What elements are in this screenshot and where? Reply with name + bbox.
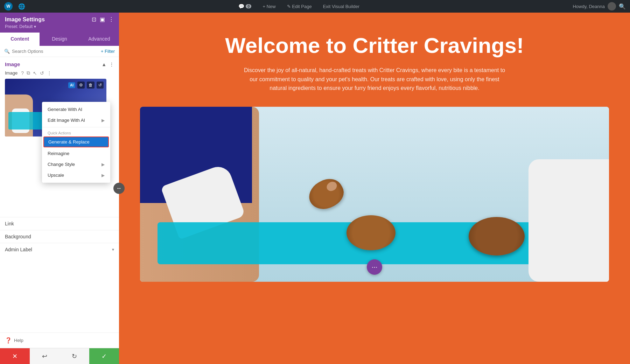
help-icon-small[interactable]: ? bbox=[21, 70, 24, 76]
copy-icon[interactable]: ⧉ bbox=[27, 70, 30, 76]
undo-button[interactable]: ↩ bbox=[30, 348, 59, 364]
help-label: Help bbox=[14, 338, 23, 343]
section-title: Image bbox=[5, 61, 20, 67]
save-button[interactable]: ✓ bbox=[89, 348, 119, 364]
settings-button[interactable]: ⚙ bbox=[77, 82, 85, 89]
trash-button[interactable]: 🗑 bbox=[87, 82, 94, 89]
admin-label-section[interactable]: Admin Label ▾ bbox=[0, 243, 119, 256]
ctx-upscale[interactable]: Upscale ▶ bbox=[42, 170, 110, 181]
comment-button[interactable]: 💬 0 bbox=[236, 2, 254, 10]
hero-title: Welcome to Critter Cravings! bbox=[133, 34, 616, 57]
fab-button[interactable]: ··· bbox=[367, 259, 382, 275]
arm-right bbox=[528, 159, 609, 282]
reset-icon[interactable]: ↺ bbox=[40, 70, 44, 76]
layout-icon[interactable]: ▣ bbox=[100, 16, 105, 23]
collapse-icon[interactable]: ▲ bbox=[102, 62, 106, 67]
wp-logo-icon[interactable]: W bbox=[4, 2, 13, 10]
redo-button[interactable]: ↻ bbox=[59, 348, 89, 364]
section-controls: ▲ ⋮ bbox=[102, 62, 114, 67]
cursor-icon[interactable]: ↖ bbox=[33, 70, 37, 76]
hero-section: Welcome to Critter Cravings! Discover th… bbox=[119, 13, 630, 107]
tab-content[interactable]: Content bbox=[0, 33, 40, 46]
context-menu: Generate With AI Edit Image With AI ▶ Qu… bbox=[42, 102, 110, 183]
cookie-scene bbox=[140, 107, 609, 282]
sidebar-tabs: Content Design Advanced bbox=[0, 33, 119, 46]
search-icon: 🔍 bbox=[4, 49, 10, 54]
cookie-bite bbox=[325, 180, 338, 193]
ctx-reimagine[interactable]: Reimagine bbox=[42, 148, 110, 159]
ctx-divider bbox=[42, 127, 110, 127]
comment-icon: 💬 bbox=[238, 4, 244, 9]
link-section[interactable]: Link bbox=[0, 217, 119, 230]
user-avatar[interactable] bbox=[608, 2, 616, 10]
user-greeting: Howdy, Deanna bbox=[573, 4, 605, 9]
globe-icon[interactable]: 🌐 bbox=[18, 3, 25, 10]
top-bar-right: Howdy, Deanna 🔍 bbox=[573, 2, 626, 10]
top-bar-center: 💬 0 + New ✎ Edit Page Exit Visual Builde… bbox=[31, 2, 567, 10]
search-input[interactable] bbox=[12, 49, 99, 54]
ctx-change-style[interactable]: Change Style ▶ bbox=[42, 159, 110, 170]
search-bar: 🔍 + Filter bbox=[0, 46, 119, 57]
exit-builder-button[interactable]: Exit Visual Builder bbox=[320, 2, 363, 10]
new-button[interactable]: + New bbox=[260, 2, 278, 10]
image-field-label: Image bbox=[5, 70, 18, 76]
hero-subtitle: Discover the joy of all-natural, hand-cr… bbox=[243, 66, 506, 93]
link-label: Link bbox=[5, 221, 14, 226]
ai-button[interactable]: AI bbox=[68, 82, 75, 88]
cookie-held bbox=[304, 173, 349, 215]
admin-label: Admin Label bbox=[5, 247, 32, 252]
arrow-icon: ▶ bbox=[102, 118, 105, 123]
refresh-button[interactable]: ↺ bbox=[97, 82, 104, 89]
sidebar-title: Image Settings bbox=[5, 16, 45, 23]
more-icon[interactable]: ⋮ bbox=[47, 70, 52, 76]
tab-design[interactable]: Design bbox=[40, 33, 79, 46]
ctx-edit-image-with-ai[interactable]: Edit Image With AI ▶ bbox=[42, 115, 110, 126]
cancel-button[interactable]: ✕ bbox=[0, 348, 30, 364]
filter-button[interactable]: + Filter bbox=[101, 49, 115, 54]
search-icon[interactable]: 🔍 bbox=[619, 3, 626, 10]
hero-image[interactable]: ··· bbox=[140, 107, 609, 282]
image-row: Image ? ⧉ ↖ ↺ ⋮ bbox=[0, 70, 119, 79]
drag-handle[interactable]: ↔ bbox=[113, 183, 125, 194]
more-options-icon[interactable]: ⋮ bbox=[108, 16, 114, 23]
sidebar-header-icons: ⊡ ▣ ⋮ bbox=[92, 16, 114, 23]
sidebar: Image Settings ⊡ ▣ ⋮ Preset: Default ▾ C… bbox=[0, 13, 119, 364]
sidebar-bottom: ✕ ↩ ↻ ✓ bbox=[0, 348, 119, 364]
comment-count: 0 bbox=[246, 4, 251, 8]
preset-selector[interactable]: Preset: Default ▾ bbox=[5, 24, 114, 29]
edit-page-button[interactable]: ✎ Edit Page bbox=[284, 2, 315, 10]
help-circle-icon: ❓ bbox=[5, 337, 12, 344]
help-row[interactable]: ❓ Help bbox=[0, 332, 119, 348]
tab-advanced[interactable]: Advanced bbox=[79, 33, 119, 46]
arrow-icon-3: ▶ bbox=[102, 173, 105, 178]
background-section[interactable]: Background bbox=[0, 230, 119, 243]
cookie-1 bbox=[346, 215, 396, 250]
chevron-down-icon: ▾ bbox=[112, 247, 114, 252]
main-layout: Image Settings ⊡ ▣ ⋮ Preset: Default ▾ C… bbox=[0, 13, 630, 364]
ctx-generate-replace[interactable]: Generate & Replace bbox=[43, 136, 109, 147]
sidebar-header: Image Settings ⊡ ▣ ⋮ Preset: Default ▾ bbox=[0, 13, 119, 33]
section-more-icon[interactable]: ⋮ bbox=[109, 62, 114, 67]
ctx-quick-actions-label: Quick Actions bbox=[42, 129, 110, 136]
image-section: Image ▲ ⋮ bbox=[0, 57, 119, 70]
top-bar: W 🌐 💬 0 + New ✎ Edit Page Exit Visual Bu… bbox=[0, 0, 630, 13]
arrow-icon-2: ▶ bbox=[102, 162, 105, 167]
ctx-generate-with-ai[interactable]: Generate With AI bbox=[42, 104, 110, 115]
main-content: Welcome to Critter Cravings! Discover th… bbox=[119, 13, 630, 364]
responsive-icon[interactable]: ⊡ bbox=[92, 16, 96, 23]
cookie-2 bbox=[469, 217, 525, 255]
image-toolbar: AI ⚙ 🗑 ↺ bbox=[68, 82, 104, 89]
image-icons: ? ⧉ ↖ ↺ ⋮ bbox=[21, 70, 52, 76]
background-label: Background bbox=[5, 234, 31, 239]
